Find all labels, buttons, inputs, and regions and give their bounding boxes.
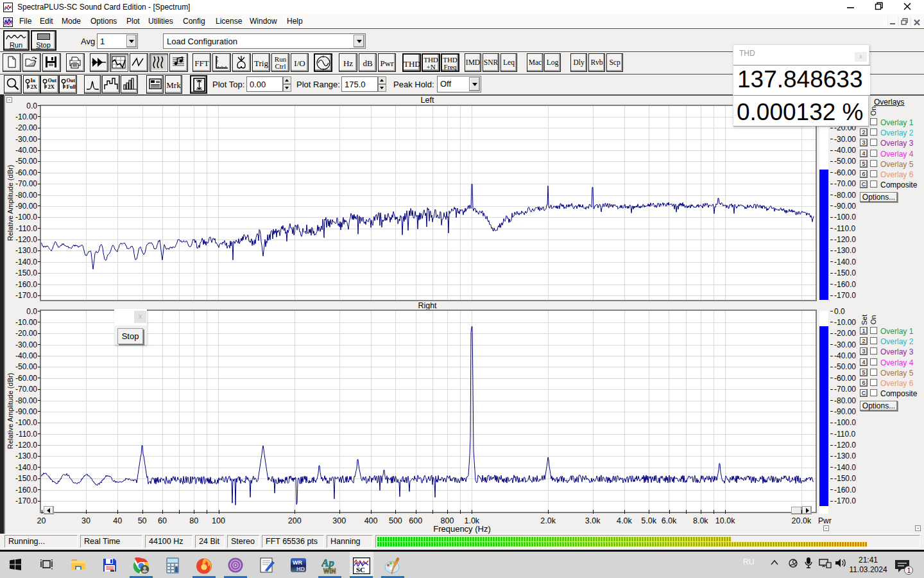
svg-text:2X: 2X (48, 83, 55, 90)
svg-text:1: 1 (907, 567, 911, 574)
svg-text:Out: Out (48, 78, 57, 83)
svg-text:HD: HD (296, 566, 305, 572)
svg-text:WR: WR (293, 559, 302, 566)
svg-text:WIN: WIN (323, 568, 336, 574)
svg-text:Full: Full (67, 83, 76, 90)
svg-text:SC: SC (356, 566, 365, 574)
svg-text:2X: 2X (31, 83, 38, 90)
svg-text:Out: Out (67, 78, 76, 83)
svg-text:In: In (31, 78, 36, 83)
